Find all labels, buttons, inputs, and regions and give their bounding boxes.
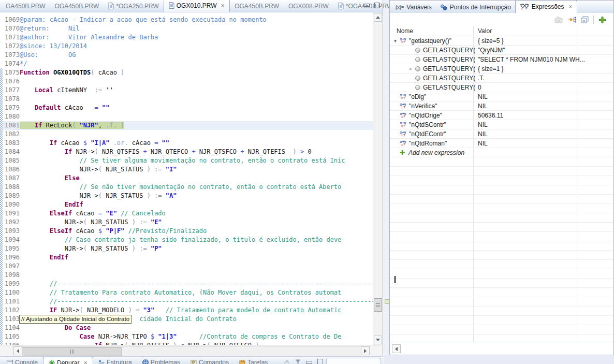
- collapse-all-icon[interactable]: [581, 16, 589, 23]
- expander-icon[interactable]: ▹: [407, 66, 414, 71]
- code-line[interactable]: 1071@author: Vitor Alexandre de Barba: [0, 33, 373, 42]
- line-number[interactable]: 1084: [0, 148, 20, 156]
- code-line[interactable]: 1083 If cAcao $ "I|A" .or. cAcao = "": [0, 139, 373, 148]
- scroll-right-icon[interactable]: [361, 346, 370, 355]
- expression-row[interactable]: x+y=?"nVerifica"NIL: [390, 101, 613, 111]
- expression-row[interactable]: GETLASTQUERY(.T.: [390, 74, 613, 83]
- line-number[interactable]: 1070: [0, 24, 20, 33]
- scroll-left-icon[interactable]: [392, 344, 401, 353]
- close-icon[interactable]: ✕: [569, 4, 573, 9]
- bottom-tab-console[interactable]: Console: [2, 357, 43, 364]
- line-number[interactable]: 1072: [0, 42, 20, 51]
- code-line[interactable]: 1085 // Se tiver alguma movimentação no …: [0, 156, 373, 165]
- code-line[interactable]: 1078: [0, 95, 373, 104]
- scroll-left-icon[interactable]: [13, 346, 22, 355]
- scroll-down-icon[interactable]: [374, 336, 382, 344]
- editor-tab-oga450b-prw[interactable]: OGA450B.PRW: [50, 1, 104, 12]
- horizontal-scroll-track[interactable]: [22, 346, 361, 356]
- code-line[interactable]: 1076: [0, 77, 373, 86]
- code-line[interactable]: 1086 NJR->( NJR_STATUS ) := "I": [0, 165, 373, 174]
- editor-tab-oga450b-prw[interactable]: OGA450B.PRW: [230, 1, 284, 12]
- line-number[interactable]: 1090: [0, 200, 20, 209]
- code-line[interactable]: 1080: [0, 112, 373, 121]
- code-line[interactable]: 1082: [0, 130, 373, 139]
- code-line[interactable]: 1095 NJR->( NJR_STATUS ) := "P": [0, 244, 373, 253]
- bottom-tab-depurar[interactable]: Depurar✕: [43, 357, 93, 364]
- line-number[interactable]: 1106: [0, 341, 20, 345]
- line-number[interactable]: 1103: [0, 315, 20, 324]
- line-number[interactable]: 1082: [0, 130, 20, 139]
- bottom-tab-problemas[interactable]: Problemas: [137, 357, 185, 364]
- panel-tab-pontos-de-interrup-o[interactable]: Pontos de Interrupção: [436, 2, 515, 13]
- expression-row[interactable]: GETLASTQUERY(0: [390, 83, 613, 92]
- add-expression-row[interactable]: ✚Add new expression: [390, 148, 613, 157]
- expander-icon[interactable]: ▾: [392, 38, 399, 43]
- code-line[interactable]: 1092 NJR->( NJR_STATUS ) := "E": [0, 218, 373, 227]
- code-line[interactable]: 1073@Uso: OG: [0, 51, 373, 60]
- line-number[interactable]: 1100: [0, 288, 20, 297]
- line-number[interactable]: 1096: [0, 253, 20, 262]
- expression-row[interactable]: x+y=?"nQtdEContr"NIL: [390, 129, 613, 139]
- line-number[interactable]: 1091: [0, 209, 20, 218]
- line-number[interactable]: 1089: [0, 192, 20, 200]
- code-line[interactable]: 1094 // Caso contrato ja tenha sido fina…: [0, 236, 373, 244]
- code-line[interactable]: 1096 EndIf: [0, 253, 373, 262]
- horizontal-scroll-thumb[interactable]: [22, 347, 122, 356]
- code-line[interactable]: 1091 ElseIf cAcao = "E" // Cancelado: [0, 209, 373, 218]
- line-number[interactable]: 1105: [0, 332, 20, 341]
- close-icon[interactable]: ✕: [221, 3, 225, 8]
- expression-row[interactable]: ▾x+y=?"getlastquery()"{ size=5 }: [390, 36, 613, 46]
- panel-horizontal-scrollbar[interactable]: [390, 342, 613, 355]
- column-header-nome[interactable]: Nome: [397, 27, 413, 35]
- code-line[interactable]: 1104 Do Case: [0, 324, 373, 332]
- line-number[interactable]: 1087: [0, 174, 20, 183]
- bottom-tab-comandos[interactable]: Comandos: [185, 357, 234, 364]
- expression-row[interactable]: x+y=?"nQtdOrige"50636.11: [390, 111, 613, 120]
- code-editor[interactable]: 1069@param: cAcao - Indicar a acao que e…: [0, 12, 373, 345]
- panel-tab-express-es[interactable]: x=Expressões✕: [515, 0, 577, 13]
- maximize-icon[interactable]: [374, 3, 380, 8]
- code-line[interactable]: 1087 Else: [0, 174, 373, 183]
- editor-vertical-scrollbar[interactable]: [373, 12, 383, 345]
- code-line[interactable]: 1100 // Tratamento Para contrato Automat…: [0, 288, 373, 297]
- code-line[interactable]: 1074*/: [0, 60, 373, 68]
- column-header-valor[interactable]: Valor: [478, 27, 492, 35]
- expression-row[interactable]: x+y=?"nQtdRoman"NIL: [390, 139, 613, 148]
- line-number[interactable]: 1083: [0, 139, 20, 148]
- vertical-scroll-thumb[interactable]: [374, 298, 382, 312]
- filter-icon[interactable]: [295, 359, 301, 364]
- bottom-tab-tarefas[interactable]: Tarefas: [234, 357, 273, 364]
- expression-row[interactable]: x+y=?"nQtdSContr"NIL: [390, 120, 613, 129]
- code-line[interactable]: 1070@return: Nil: [0, 24, 373, 33]
- line-number[interactable]: 1079: [0, 104, 20, 112]
- code-line[interactable]: 1069@param: cAcao - Indicar a acao que e…: [0, 16, 373, 24]
- code-line[interactable]: 1102 IF NJR->( NJR_MODELO ) = "3" // Tra…: [0, 306, 373, 315]
- line-number[interactable]: 1095: [0, 244, 20, 253]
- line-number[interactable]: 1092: [0, 218, 20, 227]
- expression-row[interactable]: GETLASTQUERY("QryNJM": [390, 46, 613, 55]
- bottom-tab-estrutura[interactable]: Estrutura: [93, 357, 137, 364]
- editor-tab-ogx010-prw[interactable]: OGX010.PRW✕: [164, 0, 230, 12]
- line-number[interactable]: 1097: [0, 262, 20, 271]
- line-number[interactable]: 1102: [0, 306, 20, 315]
- code-line[interactable]: 1090 EndIf: [0, 200, 373, 209]
- line-number[interactable]: 1098: [0, 271, 20, 280]
- add-expression-icon[interactable]: [598, 16, 606, 24]
- line-number[interactable]: 1088: [0, 183, 20, 192]
- line-number[interactable]: 1078: [0, 95, 20, 104]
- line-number[interactable]: 1099: [0, 280, 20, 288]
- line-number[interactable]: 1075: [0, 68, 20, 77]
- line-number[interactable]: 1093: [0, 227, 20, 236]
- code-line[interactable]: 1079 Default cAcao = "": [0, 104, 373, 112]
- line-number[interactable]: 1076: [0, 77, 20, 86]
- show-logical-structure-icon[interactable]: [568, 16, 576, 23]
- code-line[interactable]: 1098: [0, 271, 373, 280]
- line-number[interactable]: 1071: [0, 33, 20, 42]
- editor-tab-oga250-prw[interactable]: *OGA250.PRW: [104, 1, 163, 12]
- code-line[interactable]: 1077 Local cItemNNY := '': [0, 86, 373, 95]
- expression-row[interactable]: ▹GETLASTQUERY({ size=1 }: [390, 64, 613, 74]
- line-number[interactable]: 1086: [0, 165, 20, 174]
- line-number[interactable]: 1101: [0, 297, 20, 306]
- code-line[interactable]: 1075Function OGX010QTDS( cAcao ): [0, 68, 373, 77]
- minimize-icon[interactable]: [363, 4, 370, 7]
